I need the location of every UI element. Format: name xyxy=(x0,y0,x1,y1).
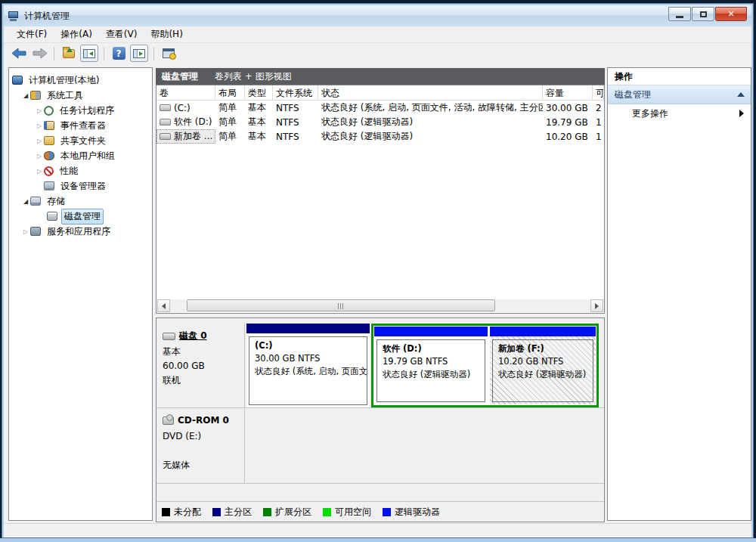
tree-item-storage[interactable]: ◢ 存储 xyxy=(9,194,152,209)
unallocated-swatch xyxy=(162,508,170,516)
device-manager-icon xyxy=(44,181,54,190)
legend-primary-partition: 主分区 xyxy=(212,506,252,519)
disk0-partitions: (C:) 30.00 GB NTFS 状态良好 (系统, 启动, 页面文 软件 … xyxy=(245,324,604,407)
primary-partition-band xyxy=(246,324,370,333)
actions-title: 操作 xyxy=(608,68,751,85)
col-free[interactable]: 可 xyxy=(593,85,604,101)
col-status[interactable]: 状态 xyxy=(318,85,543,101)
cdrom-icon xyxy=(163,417,174,425)
cdrom-row: CD-ROM 0 DVD (E:) 无媒体 xyxy=(156,408,604,484)
tree-item-device-manager[interactable]: 设备管理器 xyxy=(9,178,152,194)
extended-partition-swatch xyxy=(263,508,271,516)
disk0-size: 60.00 GB xyxy=(163,359,244,373)
tree-item-disk-management[interactable]: 磁盘管理 xyxy=(9,209,152,224)
legend-logical-drive: 逻辑驱动器 xyxy=(383,506,440,519)
horizontal-scrollbar[interactable] xyxy=(157,299,603,312)
toolbar-separator xyxy=(104,47,104,60)
disk0-info[interactable]: 磁盘 0 基本 60.00 GB 联机 xyxy=(156,324,245,407)
export-list-button[interactable] xyxy=(60,45,78,62)
volume-row-f[interactable]: 新加卷 ... 简单 基本 NTFS 状态良好 (逻辑驱动器) 10.20 GB… xyxy=(156,129,604,144)
cdrom-drive: DVD (E:) xyxy=(163,429,244,444)
tree-item-shared-folders[interactable]: ▷ 共享文件夹 xyxy=(9,133,152,148)
tree-item-system-tools[interactable]: ◢ 系统工具 xyxy=(9,88,152,103)
volume-icon xyxy=(160,133,171,140)
expand-icon[interactable]: ▷ xyxy=(21,228,30,235)
col-layout[interactable]: 布局 xyxy=(215,85,245,101)
help-button[interactable]: ? xyxy=(110,45,128,62)
expand-icon[interactable]: ▷ xyxy=(35,168,44,175)
back-button[interactable] xyxy=(10,45,28,62)
disk0-state: 联机 xyxy=(163,373,244,388)
tree-item-computer-management[interactable]: 计算机管理(本地) xyxy=(9,73,152,88)
tree-item-local-users-groups[interactable]: ▷ 本地用户和组 xyxy=(9,148,152,163)
menu-file[interactable]: 文件(F) xyxy=(10,26,54,42)
minimize-button[interactable] xyxy=(668,7,691,21)
statusbar xyxy=(4,523,751,537)
col-filesystem[interactable]: 文件系统 xyxy=(273,85,318,101)
more-actions-item[interactable]: 更多操作 xyxy=(608,104,751,122)
titlebar[interactable]: 计算机管理 ✕ xyxy=(4,5,751,26)
tree-item-services-applications[interactable]: ▷ 服务和应用程序 xyxy=(9,224,152,239)
expand-icon[interactable]: ▷ xyxy=(35,138,44,144)
toolbar-separator xyxy=(54,47,54,60)
close-button[interactable]: ✕ xyxy=(715,7,747,21)
menu-help[interactable]: 帮助(H) xyxy=(144,26,189,42)
partition-f-selected[interactable]: 新加卷 (F:) 10.20 GB NTFS 状态良好 (逻辑驱动器) xyxy=(490,327,596,404)
menu-action[interactable]: 操作(A) xyxy=(54,26,99,42)
menu-view[interactable]: 查看(V) xyxy=(99,26,144,42)
disk0-row: 磁盘 0 基本 60.00 GB 联机 (C:) 30.00 GB NTFS 状… xyxy=(156,324,604,408)
volume-table-header: 卷 布局 类型 文件系统 状态 容量 可 xyxy=(156,85,604,101)
primary-partition-swatch xyxy=(212,508,221,516)
disk-management-icon xyxy=(47,212,57,221)
scroll-right-button[interactable] xyxy=(590,299,603,312)
disk0-kind: 基本 xyxy=(163,345,244,359)
users-icon xyxy=(44,151,54,160)
volume-row-c[interactable]: (C:) 简单 基本 NTFS 状态良好 (系统, 启动, 页面文件, 活动, … xyxy=(156,101,604,115)
tree-item-event-viewer[interactable]: ▷ 事件查看器 xyxy=(9,118,152,133)
forward-button[interactable] xyxy=(30,45,48,62)
tree-item-performance[interactable]: ▷ 性能 xyxy=(9,163,152,178)
free-space-swatch xyxy=(323,508,331,516)
col-capacity[interactable]: 容量 xyxy=(543,85,593,101)
console-tree: 计算机管理(本地) ◢ 系统工具 ▷ 任务计划程序 ▷ 事件查看器 ▷ 共享文件… xyxy=(8,67,153,521)
scrollbar-track[interactable] xyxy=(170,299,590,312)
expand-icon[interactable]: ▷ xyxy=(35,122,44,129)
show-console-tree-icon xyxy=(83,49,95,58)
volume-row-d[interactable]: 软件 (D:) 简单 基本 NTFS 状态良好 (逻辑驱动器) 19.79 GB… xyxy=(156,115,604,129)
expand-icon[interactable]: ▷ xyxy=(35,153,44,160)
back-icon xyxy=(12,48,26,58)
collapse-section-icon[interactable] xyxy=(737,92,745,97)
shared-folders-icon xyxy=(44,136,54,145)
cdrom-media: 无媒体 xyxy=(163,458,244,472)
legend: 未分配 主分区 扩展分区 可用空间 逻辑驱动器 xyxy=(156,501,604,522)
scrollbar-thumb[interactable] xyxy=(187,299,495,311)
logical-drive-band xyxy=(490,327,596,336)
partition-c[interactable]: (C:) 30.00 GB NTFS 状态良好 (系统, 启动, 页面文 xyxy=(246,324,370,407)
minimize-icon xyxy=(676,16,683,18)
tree-item-task-scheduler[interactable]: ▷ 任务计划程序 xyxy=(9,103,152,118)
partition-d[interactable]: 软件 (D:) 19.79 GB NTFS 状态良好 (逻辑驱动器) xyxy=(374,327,488,404)
actions-panel: 操作 磁盘管理 更多操作 xyxy=(607,67,751,521)
show-console-tree-button[interactable] xyxy=(80,45,98,62)
maximize-button[interactable] xyxy=(692,7,714,21)
volume-icon xyxy=(160,119,171,125)
console-properties-icon xyxy=(163,48,175,58)
legend-extended-partition: 扩展分区 xyxy=(263,506,311,519)
close-icon: ✕ xyxy=(727,9,734,19)
event-viewer-icon xyxy=(44,121,54,130)
col-volume[interactable]: 卷 xyxy=(156,85,215,101)
col-type[interactable]: 类型 xyxy=(245,85,273,101)
forward-icon xyxy=(33,48,47,58)
scroll-left-button[interactable] xyxy=(157,299,170,312)
collapse-icon[interactable]: ◢ xyxy=(21,198,30,205)
legend-unallocated: 未分配 xyxy=(162,506,201,519)
collapse-icon[interactable]: ◢ xyxy=(21,92,30,99)
cdrom-info[interactable]: CD-ROM 0 DVD (E:) 无媒体 xyxy=(156,408,245,483)
console-properties-button[interactable] xyxy=(160,45,178,62)
graphical-view: 磁盘 0 基本 60.00 GB 联机 (C:) 30.00 GB NTFS 状… xyxy=(156,317,605,522)
expand-icon[interactable]: ▷ xyxy=(35,107,44,114)
scrollbar-grip-icon xyxy=(338,303,345,309)
show-action-pane-button[interactable] xyxy=(130,45,148,62)
submenu-arrow-icon xyxy=(739,110,744,117)
actions-section-disk-management[interactable]: 磁盘管理 xyxy=(608,85,751,104)
